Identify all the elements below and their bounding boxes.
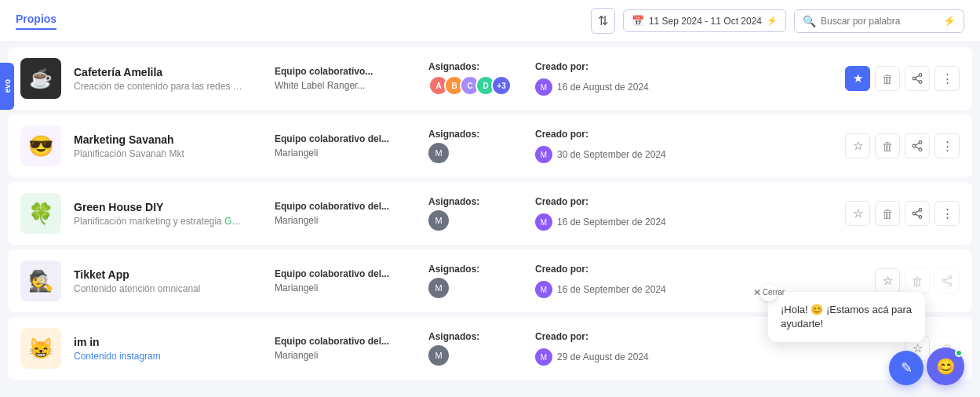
created-label: Creado por: bbox=[535, 331, 588, 342]
table-row: 🍀 Green House DIY Planificación marketin… bbox=[8, 182, 972, 245]
project-logo: ☕ bbox=[20, 58, 61, 99]
created-label: Creado por: bbox=[535, 61, 588, 72]
logo-emoji: ☕ bbox=[29, 67, 53, 89]
chat-fab[interactable]: 😊 bbox=[927, 348, 964, 384]
logo-emoji: 🍀 bbox=[28, 202, 53, 226]
pencil-icon: ✎ bbox=[901, 359, 913, 377]
share-icon bbox=[942, 275, 953, 286]
created-date: 29 de August de 2024 bbox=[557, 351, 649, 362]
svg-line-13 bbox=[916, 210, 920, 213]
share-button[interactable] bbox=[905, 66, 930, 91]
tab-propios[interactable]: Propios bbox=[16, 13, 56, 30]
assignees-label: Asignados: bbox=[428, 196, 523, 207]
svg-point-16 bbox=[949, 283, 952, 286]
creator-avatar: M bbox=[535, 281, 552, 298]
project-desc: Contenido atención omnicanal bbox=[74, 283, 246, 294]
created-section: Creado por: M 30 de September de 2024 bbox=[535, 129, 692, 163]
svg-point-6 bbox=[919, 148, 922, 151]
team-value: Mariangeli bbox=[275, 215, 416, 226]
row-actions: ☆ 🗑 bbox=[875, 268, 960, 293]
date-filter[interactable]: 📅 11 Sep 2024 - 11 Oct 2024 ⚡ bbox=[623, 9, 786, 32]
created-by-row: M 16 de August de 2024 bbox=[535, 78, 649, 96]
project-info: Green House DIY Planificación marketing … bbox=[74, 201, 262, 227]
share-button[interactable] bbox=[905, 133, 930, 158]
row-actions: ★ 🗑 ⋮ bbox=[845, 66, 960, 91]
assignees-label: Asignados: bbox=[428, 264, 523, 275]
created-date: 30 de September de 2024 bbox=[557, 149, 666, 160]
creator-avatar: M bbox=[535, 146, 552, 163]
share-button[interactable] bbox=[905, 201, 930, 226]
more-button[interactable]: ⋮ bbox=[934, 66, 960, 91]
star-button[interactable]: ☆ bbox=[845, 201, 870, 226]
avatar: M bbox=[428, 210, 449, 231]
created-by-row: M 30 de September de 2024 bbox=[535, 146, 666, 163]
team-label: Equipo colaborativo del... bbox=[275, 133, 416, 144]
delete-button[interactable]: 🗑 bbox=[875, 133, 900, 158]
chat-tooltip: ✕ Cerrar ¡Hola! 😊 ¡Estamos acá para ayud… bbox=[768, 292, 925, 342]
pencil-fab[interactable]: ✎ bbox=[889, 351, 924, 384]
team-label: Equipo colaborativo del... bbox=[275, 336, 416, 347]
more-button[interactable]: ⋮ bbox=[934, 201, 960, 226]
avatar-stack: A B C D +3 bbox=[428, 75, 523, 96]
creator-avatar: M bbox=[535, 78, 552, 96]
more-button[interactable]: ⋮ bbox=[934, 133, 960, 158]
project-name: im in bbox=[74, 336, 262, 348]
created-section: Creado por: M 16 de September de 2024 bbox=[535, 196, 692, 231]
team-section: Equipo colaborativo del... Mariangeli bbox=[275, 133, 416, 158]
svg-line-4 bbox=[916, 79, 920, 82]
logo-emoji: 😎 bbox=[28, 134, 53, 158]
sort-button[interactable]: ⇅ bbox=[591, 8, 615, 34]
delete-button[interactable]: 🗑 bbox=[875, 66, 900, 91]
avatar-count: +3 bbox=[491, 75, 512, 96]
star-button[interactable]: ☆ bbox=[875, 268, 900, 293]
team-value: Mariangeli bbox=[275, 350, 416, 361]
date-range-text: 11 Sep 2024 - 11 Oct 2024 bbox=[649, 16, 762, 27]
search-box: 🔍 ⚡ bbox=[794, 9, 964, 33]
team-label: Equipo colaborativo del... bbox=[275, 268, 416, 279]
share-icon bbox=[912, 73, 923, 84]
avatar: M bbox=[428, 345, 449, 366]
tooltip-message: ¡Hola! 😊 ¡Estamos acá para ayudarte! bbox=[781, 303, 913, 331]
star-button[interactable]: ☆ bbox=[845, 133, 870, 158]
svg-point-7 bbox=[913, 144, 916, 148]
assignees-label: Asignados: bbox=[428, 61, 523, 72]
star-button[interactable]: ★ bbox=[845, 66, 870, 91]
project-name: Tikket App bbox=[74, 268, 262, 281]
left-tab-indicator[interactable]: evo bbox=[0, 63, 14, 110]
project-logo: 😎 bbox=[20, 126, 61, 166]
assignees-section: Asignados: M bbox=[428, 129, 523, 163]
close-icon: ✕ bbox=[753, 287, 761, 298]
share-icon bbox=[912, 140, 923, 151]
calendar-icon: 📅 bbox=[632, 15, 644, 27]
delete-button[interactable]: 🗑 bbox=[875, 201, 900, 226]
project-desc: Contenido instagram bbox=[74, 351, 246, 362]
project-logo: 🍀 bbox=[20, 193, 61, 234]
table-row: ☕ Cafetería Amelila Creación de contenid… bbox=[8, 47, 972, 110]
created-by-row: M 16 de September de 2024 bbox=[535, 281, 666, 298]
search-filter-icon[interactable]: ⚡ bbox=[943, 15, 956, 27]
chat-icon: 😊 bbox=[936, 357, 956, 376]
project-logo: 😸 bbox=[20, 328, 61, 369]
assignees-section: Asignados: M bbox=[428, 264, 523, 298]
svg-line-3 bbox=[916, 75, 920, 78]
search-input[interactable] bbox=[821, 16, 938, 27]
assignees-section: Asignados: M bbox=[428, 196, 523, 231]
team-section: Equipo colaborativo... White Label Range… bbox=[275, 66, 416, 91]
project-desc: Creación de contenido para las redes soc… bbox=[74, 81, 246, 92]
share-button[interactable] bbox=[934, 268, 960, 293]
online-dot bbox=[955, 349, 963, 357]
project-desc: Planificación marketing y estrategia GRE… bbox=[74, 216, 246, 227]
svg-line-14 bbox=[916, 214, 920, 217]
created-by-row: M 16 de September de 2024 bbox=[535, 213, 666, 231]
svg-point-11 bbox=[919, 216, 922, 219]
top-bar: Propios ⇅ 📅 11 Sep 2024 - 11 Oct 2024 ⚡ … bbox=[0, 0, 980, 42]
avatar: M bbox=[428, 143, 449, 163]
team-section: Equipo colaborativo del... Mariangeli bbox=[275, 268, 416, 293]
svg-point-5 bbox=[919, 141, 922, 144]
tooltip-close-button[interactable]: ✕ Cerrar bbox=[760, 284, 778, 301]
team-value: Mariangeli bbox=[275, 148, 416, 158]
project-logo: 🕵️ bbox=[20, 260, 61, 301]
delete-button[interactable]: 🗑 bbox=[905, 268, 930, 293]
top-actions: ⇅ 📅 11 Sep 2024 - 11 Oct 2024 ⚡ 🔍 ⚡ bbox=[591, 8, 964, 34]
team-section: Equipo colaborativo del... Mariangeli bbox=[275, 336, 416, 361]
